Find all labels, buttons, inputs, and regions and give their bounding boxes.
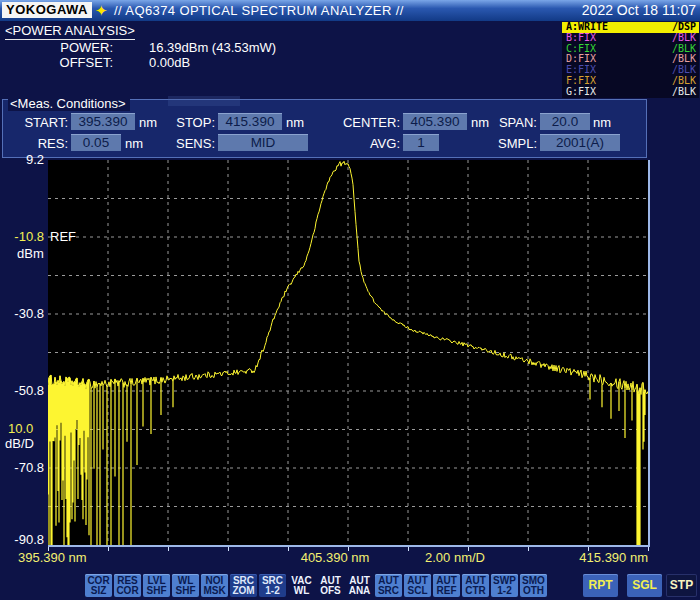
offset-label: OFFSET: <box>3 55 113 70</box>
axis-tick <box>168 547 169 551</box>
avg-label: AVG: <box>328 136 400 151</box>
y-label-ref: -10.8 <box>0 229 44 244</box>
power-value: 16.39dBm (43.53mW) <box>149 40 276 55</box>
softkey-line2: OTH <box>520 586 547 597</box>
softkey-line2: WL <box>288 586 315 597</box>
app-title: // AQ6374 OPTICAL SPECTRUM ANALYZER // <box>114 3 404 18</box>
x-label-stop: 415.390 nm <box>558 550 648 565</box>
res-unit: nm <box>125 136 143 151</box>
x-label-center: 405.390 nm <box>280 550 390 565</box>
softkey-lvl-shf[interactable]: LVLSHF <box>143 574 170 597</box>
softkey-line2: ZOM <box>230 586 257 597</box>
softkey-res-cor[interactable]: RESCOR <box>114 574 141 597</box>
y-label-m50: -50.8 <box>0 383 44 398</box>
ref-marker: REF <box>50 229 76 244</box>
span-value-field[interactable]: 20.0 <box>540 113 590 130</box>
plot-border-right <box>648 160 650 547</box>
spectrum-plot <box>48 160 648 545</box>
power-row: POWER:16.39dBm (43.53mW) <box>3 40 276 55</box>
softkey-aut-src[interactable]: AUTSRC <box>375 574 402 597</box>
sweep-rpt-button[interactable]: RPT <box>583 574 618 597</box>
power-analysis-heading: <POWER ANALYSIS> <box>5 23 135 40</box>
y-unit: dBm <box>17 246 44 261</box>
plot-border-bottom <box>48 545 650 547</box>
trace-legend: A:WRITE/DSPB:FIX/BLKC:FIX/BLKD:FIX/BLKE:… <box>562 22 699 98</box>
softkey-line2: ANA <box>346 586 373 597</box>
y-scale-unit: dB/D <box>5 436 34 451</box>
axis-tick <box>648 547 649 551</box>
softkey-line2: SHF <box>143 586 170 597</box>
y-label-m30: -30.8 <box>0 306 44 321</box>
x-label-start: 395.390 nm <box>18 550 87 565</box>
softkey-aut-ctr[interactable]: AUTCTR <box>462 574 489 597</box>
trace-row-b[interactable]: B:FIX/BLK <box>562 33 699 44</box>
yokogawa-logo: YOKOGAWA <box>2 2 92 18</box>
trace-display-mode: /BLK <box>672 87 696 98</box>
trace-a-noise-spikes <box>48 375 645 545</box>
softkey-swp-1-2[interactable]: SWP1-2 <box>491 574 518 597</box>
span-label: SPAN: <box>468 115 537 130</box>
softkey-src-zom[interactable]: SRCZOM <box>230 574 257 597</box>
start-value-field[interactable]: 395.390 <box>71 113 135 130</box>
softkey-line2: SCL <box>404 586 431 597</box>
offset-row: OFFSET:0.00dB <box>3 55 190 70</box>
y-label-m70: -70.8 <box>0 460 44 475</box>
axis-tick <box>108 547 109 551</box>
center-label: CENTER: <box>328 115 400 130</box>
osa-screen: YOKOGAWA ✦ // AQ6374 OPTICAL SPECTRUM AN… <box>0 0 700 600</box>
sweep-sgl-button[interactable]: SGL <box>627 574 662 597</box>
meas-conditions-heading: <Meas. Conditions> <box>8 96 130 111</box>
axis-tick <box>228 547 229 551</box>
softkey-line2: CTR <box>462 586 489 597</box>
dimmed-ghost-label <box>168 96 240 106</box>
softkey-aut-scl[interactable]: AUTSCL <box>404 574 431 597</box>
yokogawa-diamond-icon: ✦ <box>95 1 108 20</box>
trace-name: B:FIX <box>566 33 596 44</box>
res-value-field[interactable]: 0.05 <box>71 134 121 151</box>
spectrum-trace-svg <box>48 160 648 545</box>
stop-unit: nm <box>286 115 304 130</box>
softkey-line2: 1-2 <box>491 586 518 597</box>
res-label: RES: <box>2 136 68 151</box>
y-scale-value: 10.0 <box>8 421 33 436</box>
stop-label: STOP: <box>150 115 215 130</box>
axis-tick <box>528 547 529 551</box>
center-value-field[interactable]: 405.390 <box>403 113 467 130</box>
softkey-wl-shf[interactable]: WLSHF <box>172 574 199 597</box>
sens-label: SENS: <box>150 136 215 151</box>
power-label: POWER: <box>3 40 113 55</box>
stop-value-field[interactable]: 415.390 <box>218 113 282 130</box>
y-label-bottom: -90.8 <box>0 532 44 547</box>
softkey-vac-wl[interactable]: VACWL <box>288 574 315 597</box>
axis-tick <box>408 547 409 551</box>
softkey-src-1-2[interactable]: SRC1-2 <box>259 574 286 597</box>
smpl-value-field[interactable]: 2001(A) <box>540 134 620 151</box>
softkey-aut-ref[interactable]: AUTREF <box>433 574 460 597</box>
softkey-line2: MSK <box>201 586 228 597</box>
softkey-line2: SRC <box>375 586 402 597</box>
softkey-line2: OFS <box>317 586 344 597</box>
sweep-stp-button[interactable]: STP <box>666 574 697 597</box>
softkey-line2: SIZ <box>85 586 112 597</box>
x-scale-label: 2.00 nm/D <box>410 550 500 565</box>
span-unit: nm <box>593 115 611 130</box>
softkey-line2: COR <box>114 586 141 597</box>
y-label-top: 9.2 <box>0 152 44 167</box>
softkey-noi-msk[interactable]: NOIMSK <box>201 574 228 597</box>
softkey-line2: REF <box>433 586 460 597</box>
sens-value-field[interactable]: MID <box>218 134 308 151</box>
softkey-aut-ofs[interactable]: AUTOFS <box>317 574 344 597</box>
trace-name: G:FIX <box>566 87 596 98</box>
trace-row-g[interactable]: G:FIX/BLK <box>562 87 699 98</box>
start-label: START: <box>2 115 68 130</box>
softkey-smo-oth[interactable]: SMOOTH <box>520 574 547 597</box>
datetime-display: 2022 Oct 18 11:07 <box>582 2 696 18</box>
softkey-aut-ana[interactable]: AUTANA <box>346 574 373 597</box>
smpl-label: SMPL: <box>468 136 537 151</box>
avg-value-field[interactable]: 1 <box>403 134 439 151</box>
softkey-line2: SHF <box>172 586 199 597</box>
offset-value: 0.00dB <box>149 55 190 70</box>
grid-lines <box>48 160 648 545</box>
softkey-cor-siz[interactable]: CORSIZ <box>85 574 112 597</box>
softkey-line2: 1-2 <box>259 586 286 597</box>
